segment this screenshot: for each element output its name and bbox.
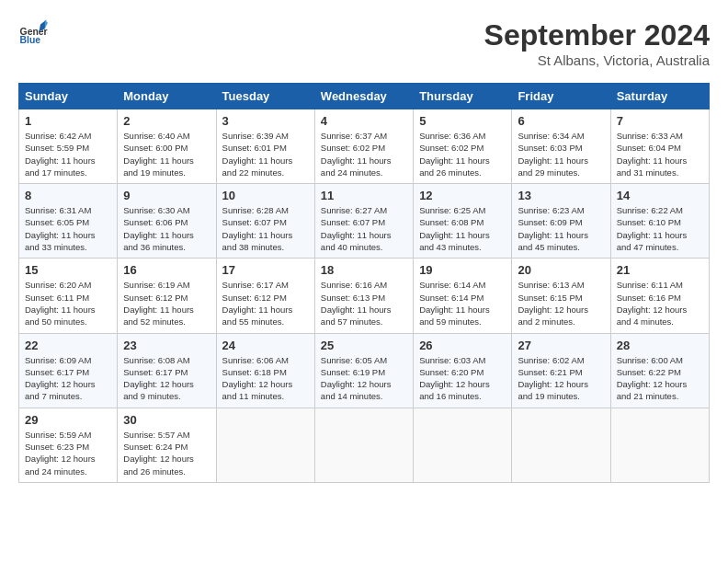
day-number: 19 — [419, 263, 506, 277]
title-block: September 2024 St Albans, Victoria, Aust… — [484, 18, 710, 68]
calendar-cell: 28Sunrise: 6:00 AM Sunset: 6:22 PM Dayli… — [610, 333, 709, 408]
day-info: Sunrise: 6:39 AM Sunset: 6:01 PM Dayligh… — [222, 130, 309, 178]
day-info: Sunrise: 6:00 AM Sunset: 6:22 PM Dayligh… — [617, 354, 703, 403]
calendar-cell: 21Sunrise: 6:11 AM Sunset: 6:16 PM Dayli… — [610, 259, 709, 333]
calendar-cell — [414, 408, 512, 482]
day-info: Sunrise: 6:11 AM Sunset: 6:16 PM Dayligh… — [617, 279, 703, 327]
calendar-cell: 5Sunrise: 6:36 AM Sunset: 6:02 PM Daylig… — [414, 109, 512, 184]
day-number: 27 — [518, 339, 604, 352]
day-info: Sunrise: 6:02 AM Sunset: 6:21 PM Dayligh… — [518, 354, 604, 403]
calendar-body: 1Sunrise: 6:42 AM Sunset: 5:59 PM Daylig… — [19, 109, 710, 483]
day-number: 7 — [617, 114, 703, 128]
day-info: Sunrise: 6:09 AM Sunset: 6:17 PM Dayligh… — [25, 354, 111, 403]
weekday-header-friday: Friday — [512, 84, 610, 109]
calendar-cell — [610, 408, 709, 482]
calendar-cell: 14Sunrise: 6:22 AM Sunset: 6:10 PM Dayli… — [610, 184, 709, 259]
weekday-header-saturday: Saturday — [610, 84, 709, 109]
day-info: Sunrise: 6:25 AM Sunset: 6:08 PM Dayligh… — [419, 204, 506, 253]
calendar-cell: 20Sunrise: 6:13 AM Sunset: 6:15 PM Dayli… — [512, 259, 610, 333]
calendar-cell — [512, 408, 610, 482]
day-number: 10 — [222, 189, 309, 202]
calendar-cell: 13Sunrise: 6:23 AM Sunset: 6:09 PM Dayli… — [512, 184, 610, 259]
day-info: Sunrise: 6:20 AM Sunset: 6:11 PM Dayligh… — [25, 279, 111, 327]
day-number: 12 — [419, 189, 506, 202]
day-number: 20 — [518, 263, 604, 277]
calendar-cell: 23Sunrise: 6:08 AM Sunset: 6:17 PM Dayli… — [118, 333, 216, 408]
day-info: Sunrise: 6:36 AM Sunset: 6:02 PM Dayligh… — [419, 130, 506, 178]
calendar-table: SundayMondayTuesdayWednesdayThursdayFrid… — [18, 83, 710, 483]
day-number: 3 — [222, 114, 309, 128]
day-number: 4 — [321, 114, 407, 128]
day-number: 26 — [419, 339, 506, 352]
calendar-cell: 19Sunrise: 6:14 AM Sunset: 6:14 PM Dayli… — [414, 259, 512, 333]
day-number: 18 — [321, 263, 407, 277]
day-number: 25 — [321, 339, 407, 352]
day-number: 15 — [25, 263, 111, 277]
page-title: September 2024 — [484, 18, 710, 52]
calendar-cell: 17Sunrise: 6:17 AM Sunset: 6:12 PM Dayli… — [216, 259, 314, 333]
calendar-week-5: 29Sunrise: 5:59 AM Sunset: 6:23 PM Dayli… — [19, 408, 710, 482]
day-info: Sunrise: 6:03 AM Sunset: 6:20 PM Dayligh… — [419, 354, 506, 403]
calendar-cell: 3Sunrise: 6:39 AM Sunset: 6:01 PM Daylig… — [216, 109, 314, 184]
day-info: Sunrise: 6:14 AM Sunset: 6:14 PM Dayligh… — [419, 279, 506, 327]
day-info: Sunrise: 6:13 AM Sunset: 6:15 PM Dayligh… — [518, 279, 604, 327]
calendar-cell: 4Sunrise: 6:37 AM Sunset: 6:02 PM Daylig… — [314, 109, 413, 184]
calendar-week-2: 8Sunrise: 6:31 AM Sunset: 6:05 PM Daylig… — [19, 184, 710, 259]
calendar-cell — [314, 408, 413, 482]
day-number: 29 — [25, 413, 111, 427]
weekday-header-wednesday: Wednesday — [314, 84, 413, 109]
day-info: Sunrise: 6:34 AM Sunset: 6:03 PM Dayligh… — [518, 130, 604, 178]
calendar-cell: 15Sunrise: 6:20 AM Sunset: 6:11 PM Dayli… — [19, 259, 118, 333]
day-number: 17 — [222, 263, 309, 277]
weekday-header-monday: Monday — [118, 84, 216, 109]
calendar-week-4: 22Sunrise: 6:09 AM Sunset: 6:17 PM Dayli… — [19, 333, 710, 408]
day-number: 24 — [222, 339, 309, 352]
calendar-cell: 24Sunrise: 6:06 AM Sunset: 6:18 PM Dayli… — [216, 333, 314, 408]
calendar-cell: 18Sunrise: 6:16 AM Sunset: 6:13 PM Dayli… — [314, 259, 413, 333]
calendar-cell: 11Sunrise: 6:27 AM Sunset: 6:07 PM Dayli… — [314, 184, 413, 259]
day-number: 6 — [518, 114, 604, 128]
day-number: 23 — [123, 339, 210, 352]
calendar-cell — [216, 408, 314, 482]
day-number: 22 — [25, 339, 111, 352]
day-info: Sunrise: 6:19 AM Sunset: 6:12 PM Dayligh… — [123, 279, 210, 327]
day-info: Sunrise: 6:37 AM Sunset: 6:02 PM Dayligh… — [321, 130, 407, 178]
day-number: 16 — [123, 263, 210, 277]
day-number: 5 — [419, 114, 506, 128]
day-info: Sunrise: 6:22 AM Sunset: 6:10 PM Dayligh… — [617, 204, 703, 253]
day-info: Sunrise: 6:05 AM Sunset: 6:19 PM Dayligh… — [321, 354, 407, 403]
day-number: 9 — [123, 189, 210, 202]
day-number: 13 — [518, 189, 604, 202]
calendar-cell: 1Sunrise: 6:42 AM Sunset: 5:59 PM Daylig… — [19, 109, 118, 184]
calendar-cell: 9Sunrise: 6:30 AM Sunset: 6:06 PM Daylig… — [118, 184, 216, 259]
day-number: 11 — [321, 189, 407, 202]
day-number: 28 — [617, 339, 703, 352]
calendar-cell: 16Sunrise: 6:19 AM Sunset: 6:12 PM Dayli… — [118, 259, 216, 333]
day-number: 1 — [25, 114, 111, 128]
calendar-cell: 10Sunrise: 6:28 AM Sunset: 6:07 PM Dayli… — [216, 184, 314, 259]
calendar-header: SundayMondayTuesdayWednesdayThursdayFrid… — [19, 84, 710, 109]
logo-icon: General Blue — [18, 18, 48, 48]
day-number: 2 — [123, 114, 210, 128]
day-info: Sunrise: 6:27 AM Sunset: 6:07 PM Dayligh… — [321, 204, 407, 253]
day-info: Sunrise: 6:06 AM Sunset: 6:18 PM Dayligh… — [222, 354, 309, 403]
calendar-cell: 25Sunrise: 6:05 AM Sunset: 6:19 PM Dayli… — [314, 333, 413, 408]
day-info: Sunrise: 6:30 AM Sunset: 6:06 PM Dayligh… — [123, 204, 210, 253]
day-info: Sunrise: 6:08 AM Sunset: 6:17 PM Dayligh… — [123, 354, 210, 403]
calendar-week-1: 1Sunrise: 6:42 AM Sunset: 5:59 PM Daylig… — [19, 109, 710, 184]
calendar-cell: 30Sunrise: 5:57 AM Sunset: 6:24 PM Dayli… — [118, 408, 216, 482]
day-number: 30 — [123, 413, 210, 427]
logo: General Blue — [18, 18, 48, 48]
weekday-header-row: SundayMondayTuesdayWednesdayThursdayFrid… — [19, 84, 710, 109]
day-info: Sunrise: 5:57 AM Sunset: 6:24 PM Dayligh… — [123, 429, 210, 477]
day-number: 14 — [617, 189, 703, 202]
calendar-cell: 22Sunrise: 6:09 AM Sunset: 6:17 PM Dayli… — [19, 333, 118, 408]
calendar-cell: 26Sunrise: 6:03 AM Sunset: 6:20 PM Dayli… — [414, 333, 512, 408]
weekday-header-thursday: Thursday — [414, 84, 512, 109]
day-info: Sunrise: 6:42 AM Sunset: 5:59 PM Dayligh… — [25, 130, 111, 178]
day-info: Sunrise: 6:31 AM Sunset: 6:05 PM Dayligh… — [25, 204, 111, 253]
weekday-header-sunday: Sunday — [19, 84, 118, 109]
calendar-week-3: 15Sunrise: 6:20 AM Sunset: 6:11 PM Dayli… — [19, 259, 710, 333]
day-info: Sunrise: 6:17 AM Sunset: 6:12 PM Dayligh… — [222, 279, 309, 327]
day-info: Sunrise: 5:59 AM Sunset: 6:23 PM Dayligh… — [25, 429, 111, 477]
